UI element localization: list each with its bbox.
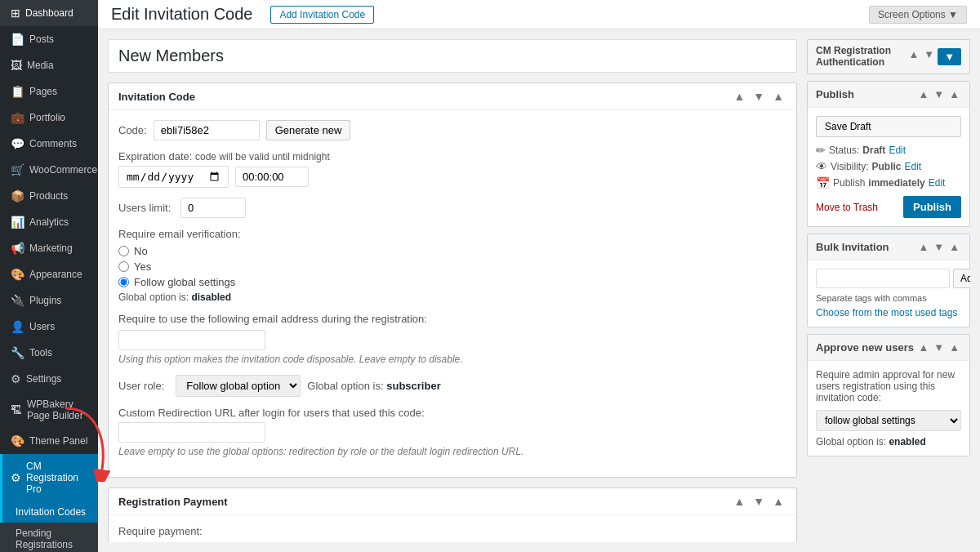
redirect-section: Custom Redirection URL after login for u… [118, 407, 786, 457]
close-icon[interactable]: ▲ [770, 90, 786, 103]
email-verification-label: Require email verification: [118, 228, 786, 240]
user-role-global: Global option is: subscriber [307, 380, 440, 392]
users-limit-input[interactable] [180, 198, 246, 218]
radio-follow-text: Follow global settings [134, 276, 235, 288]
right-sidebar: CM Registration Authentication ▲ ▼ ▼ Pub… [807, 39, 970, 542]
code-input[interactable] [154, 120, 260, 140]
chevron-up-icon[interactable]: ▲ [916, 88, 930, 100]
chevron-up-icon[interactable]: ▲ [731, 495, 747, 508]
sidebar-item-users[interactable]: 👤 Users [0, 314, 98, 340]
sidebar-item-label: Settings [26, 373, 61, 385]
approve-users-controls: ▲ ▼ ▲ [916, 341, 961, 354]
bulk-invitation-input[interactable] [816, 269, 950, 288]
sidebar-item-analytics[interactable]: 📊 Analytics [0, 209, 98, 235]
main-area: Edit Invitation Code Add Invitation Code… [98, 0, 980, 552]
save-draft-button[interactable]: Save Draft [816, 116, 961, 137]
sidebar-item-posts[interactable]: 📄 Posts [0, 26, 98, 52]
user-role-global-label: Global option is: [307, 380, 383, 392]
woocommerce-icon: 🛒 [11, 163, 24, 176]
bulk-add-button[interactable]: Add [953, 269, 970, 288]
choose-most-used-link[interactable]: Choose from the most used tags [816, 307, 957, 318]
visibility-edit-link[interactable]: Edit [904, 161, 921, 172]
status-label: Status: [829, 145, 859, 156]
publish-label: Publish [833, 177, 865, 189]
chevron-down-icon[interactable]: ▼ [932, 88, 946, 100]
approve-select[interactable]: follow global settings yes no [816, 410, 961, 431]
sidebar-item-invitation-codes[interactable]: Invitation Codes [0, 501, 98, 523]
close-icon[interactable]: ▲ [770, 495, 786, 508]
chevron-up-icon[interactable]: ▲ [916, 241, 930, 253]
chevron-up-icon[interactable]: ▲ [731, 90, 747, 103]
topbar: Edit Invitation Code Add Invitation Code… [98, 0, 980, 29]
payment-metabox-body: Require payment: follow global option no… [109, 515, 796, 542]
approve-users-title: Approve new users [816, 341, 914, 354]
analytics-icon: 📊 [11, 216, 24, 229]
redirect-label: Custom Redirection URL after login for u… [118, 407, 786, 419]
expiry-row [118, 166, 786, 188]
user-role-select[interactable]: Follow global option Subscriber Editor A… [176, 375, 301, 397]
sidebar-item-products[interactable]: 📦 Products [0, 183, 98, 209]
close-icon[interactable]: ▲ [947, 241, 961, 253]
publish-button[interactable]: Publish [903, 196, 961, 218]
payment-metabox-controls: ▲ ▼ ▲ [731, 495, 786, 508]
user-role-row: User role: Follow global option Subscrib… [118, 375, 786, 397]
radio-follow-input[interactable] [118, 277, 129, 287]
screen-options-button[interactable]: Screen Options ▼ [869, 6, 967, 24]
sidebar-item-wpbakery[interactable]: 🏗 WPBakery Page Builder [0, 392, 98, 428]
status-row: ✏ Status: Draft Edit [816, 144, 961, 157]
eye-icon: 👁 [816, 160, 827, 173]
chevron-down-icon[interactable]: ▼ [751, 495, 767, 508]
sidebar-item-marketing[interactable]: 📢 Marketing [0, 235, 98, 261]
move-to-trash-link[interactable]: Move to Trash [816, 202, 878, 213]
chevron-up-icon[interactable]: ▲ [906, 48, 920, 65]
expiry-date-input[interactable] [118, 166, 229, 188]
sidebar-item-label: Plugins [29, 295, 61, 306]
center-column: Invitation Code ▲ ▼ ▲ Code: Generate new [108, 39, 797, 542]
radio-yes-label[interactable]: Yes [118, 260, 786, 273]
sidebar-item-comments[interactable]: 💬 Comments [0, 131, 98, 157]
chevron-down-icon[interactable]: ▼ [932, 241, 946, 253]
close-icon[interactable]: ▲ [947, 88, 961, 100]
chevron-down-icon[interactable]: ▼ [751, 90, 767, 103]
generate-new-button[interactable]: Generate new [266, 120, 351, 140]
chevron-down-icon[interactable]: ▼ [932, 341, 946, 354]
status-edit-link[interactable]: Edit [889, 145, 906, 156]
bulk-invitation-controls: ▲ ▼ ▲ [916, 241, 961, 253]
sidebar-item-plugins[interactable]: 🔌 Plugins [0, 287, 98, 314]
add-invitation-button[interactable]: Add Invitation Code [270, 6, 374, 24]
sidebar-item-tools[interactable]: 🔧 Tools [0, 340, 98, 366]
bulk-input-row: Add [816, 269, 961, 288]
sidebar-item-pages[interactable]: 📋 Pages [0, 78, 98, 105]
publish-metabox-header: Publish ▲ ▼ ▲ [808, 82, 969, 108]
sidebar-item-cm-reg[interactable]: ⚙ CM Registration Pro [0, 454, 98, 501]
redirect-input[interactable] [118, 422, 265, 443]
cm-reg-expand-button[interactable]: ▼ [938, 48, 961, 65]
sidebar-item-themepanel[interactable]: 🎨 Theme Panel [0, 428, 98, 454]
publish-edit-link[interactable]: Edit [929, 177, 946, 189]
expiry-time-input[interactable] [235, 167, 309, 187]
publish-time-row: 📅 Publish immediately Edit [816, 176, 961, 189]
sidebar-item-woocommerce[interactable]: 🛒 WooCommerce [0, 157, 98, 183]
global-enabled-label: Global option is: [816, 436, 886, 447]
sidebar-item-dashboard[interactable]: ⊞ Dashboard [0, 0, 98, 26]
sidebar-item-portfolio[interactable]: 💼 Portfolio [0, 105, 98, 131]
radio-yes-input[interactable] [118, 261, 129, 272]
global-option-label: Global option is: [118, 292, 189, 303]
radio-follow-label[interactable]: Follow global settings [118, 276, 786, 288]
sidebar-item-settings[interactable]: ⚙ Settings [0, 366, 98, 392]
sidebar-item-appearance[interactable]: 🎨 Appearance [0, 261, 98, 287]
sidebar-item-label: Users [29, 321, 55, 332]
post-title-input[interactable] [108, 39, 797, 73]
sidebar-item-pending-registrations[interactable]: Pending Registrations [0, 523, 98, 552]
sidebar-item-label: CM Registration Pro [26, 461, 90, 495]
publish-metabox: Publish ▲ ▼ ▲ Save Draft ✏ Status: Draft… [807, 81, 970, 227]
wpbakery-icon: 🏗 [11, 403, 22, 416]
chevron-down-icon[interactable]: ▼ [922, 48, 936, 65]
sidebar-item-media[interactable]: 🖼 Media [0, 52, 98, 78]
radio-no-input[interactable] [118, 246, 129, 256]
close-icon[interactable]: ▲ [947, 341, 961, 354]
dashboard-icon: ⊞ [11, 7, 20, 20]
email-reg-input[interactable] [118, 330, 265, 350]
chevron-up-icon[interactable]: ▲ [916, 341, 930, 354]
radio-no-label[interactable]: No [118, 245, 786, 257]
